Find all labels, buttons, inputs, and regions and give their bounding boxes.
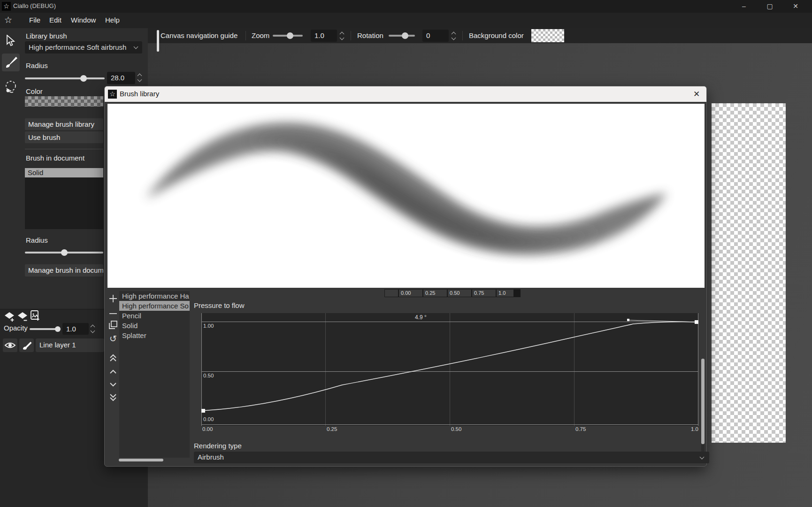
- move-brush-bottom-button[interactable]: [107, 392, 119, 403]
- eye-icon: [3, 338, 17, 352]
- use-brush-button[interactable]: Use brush: [25, 131, 103, 143]
- remove-layer-button[interactable]: [17, 311, 29, 324]
- rendering-type-dropdown[interactable]: Airbrush: [194, 452, 709, 463]
- brush-stroke-preview[interactable]: [107, 104, 705, 288]
- dialog-title-bar[interactable]: ☆ Brush library ✕: [105, 86, 706, 102]
- x-tick-label: 1.0: [691, 426, 698, 432]
- opacity-stepper[interactable]: [90, 323, 97, 335]
- library-brush-label: Library brush: [26, 32, 67, 40]
- library-brush-dropdown[interactable]: High performance Soft airbrush: [25, 41, 142, 54]
- ruler-segment: [385, 290, 398, 297]
- brush-tool-button[interactable]: [2, 54, 20, 71]
- menu-file[interactable]: File: [29, 16, 40, 24]
- brush-list-item-selected[interactable]: High performance So: [119, 301, 190, 311]
- close-button[interactable]: ✕: [785, 0, 806, 13]
- document-brush-item[interactable]: Solid: [25, 168, 103, 177]
- chevron-up-icon: [107, 366, 119, 377]
- app-logo-icon: ☆: [2, 2, 11, 11]
- opacity-slider-knob[interactable]: [55, 326, 61, 332]
- background-color-swatch[interactable]: [531, 29, 564, 42]
- dialog-scrollbar-thumb[interactable]: [701, 359, 705, 444]
- radius-slider-knob[interactable]: [80, 75, 87, 82]
- layer-brush-icon: [19, 338, 34, 352]
- menu-help[interactable]: Help: [105, 16, 120, 24]
- curve-handle-point[interactable]: [627, 319, 629, 321]
- x-tick-label: 0.00: [202, 426, 213, 432]
- pressure-curve: [201, 313, 698, 426]
- ruler-tick: 0.00: [399, 290, 422, 297]
- add-layer-button[interactable]: [4, 311, 16, 324]
- layer-type-button[interactable]: [19, 338, 34, 352]
- rotation-slider[interactable]: [389, 35, 415, 37]
- move-brush-top-button[interactable]: [107, 352, 119, 363]
- zoom-slider-knob[interactable]: [287, 32, 293, 39]
- add-brush-button[interactable]: [107, 293, 119, 304]
- title-bar: ☆ Ciallo (DEBUG) – ▢ ✕: [0, 0, 812, 13]
- chevron-down-icon: [700, 455, 705, 460]
- pressure-curve-plot[interactable]: 1.00 0.50 0.00 4.9 °: [201, 313, 698, 426]
- stroke-preview-image: [107, 104, 705, 288]
- curve-end-point[interactable]: [695, 320, 698, 324]
- rotation-value-field[interactable]: 0: [422, 30, 449, 42]
- ruler-tick: 1.0: [497, 290, 513, 297]
- cursor-tool-button[interactable]: [5, 35, 16, 47]
- color-swatch[interactable]: [25, 96, 103, 107]
- zoom-value-field[interactable]: 1.0: [311, 30, 337, 42]
- document-radius-slider[interactable]: [25, 252, 103, 254]
- radius-slider[interactable]: [25, 77, 105, 79]
- menu-edit[interactable]: Edit: [49, 16, 61, 24]
- brush-list-scrollbar[interactable]: [119, 459, 163, 461]
- document-brush-list[interactable]: Solid: [25, 168, 103, 229]
- brush-in-document-label: Brush in document: [26, 154, 84, 162]
- preview-ruler: 0.00 0.25 0.50 0.75 1.0: [384, 289, 521, 297]
- brush-list-item[interactable]: High performance Ha: [119, 291, 190, 301]
- zoom-stepper[interactable]: [339, 30, 346, 42]
- radius-label: Radius: [26, 61, 48, 69]
- ruler-tick: 0.25: [423, 290, 447, 297]
- reset-icon: ↺: [109, 334, 117, 344]
- minimize-button[interactable]: –: [733, 0, 755, 13]
- opacity-value-field[interactable]: 1.0: [62, 323, 89, 335]
- reset-brush-button[interactable]: ↺: [107, 333, 119, 345]
- rotation-stepper[interactable]: [451, 30, 458, 42]
- plus-icon: [107, 293, 119, 304]
- radius-value-field[interactable]: 28.0: [107, 72, 135, 84]
- rotation-slider-knob[interactable]: [402, 32, 408, 39]
- brush-list-item[interactable]: Pencil: [119, 311, 190, 321]
- canvas-nav-guide-label[interactable]: Canvas navigation guide: [161, 31, 237, 39]
- rendering-type-label: Rendering type: [194, 442, 242, 450]
- maximize-button[interactable]: ▢: [759, 0, 781, 13]
- menu-window[interactable]: Window: [71, 16, 96, 24]
- curve-editor-title: Pressure to flow: [194, 301, 245, 309]
- new-image-layer-button[interactable]: [30, 310, 40, 323]
- layer-row[interactable]: Line layer 1: [36, 338, 104, 352]
- duplicate-brush-button[interactable]: [107, 319, 119, 330]
- dialog-brush-list[interactable]: High performance Ha High performance So …: [119, 291, 190, 458]
- chevron-down-icon: [107, 379, 119, 390]
- manage-brush-in-document-button[interactable]: Manage brush in docum: [25, 264, 103, 277]
- document-radius-slider-knob[interactable]: [61, 249, 68, 256]
- brush-list-item[interactable]: Splatter: [119, 330, 190, 340]
- lasso-icon: [4, 80, 18, 95]
- rotation-label: Rotation: [357, 31, 383, 39]
- zoom-slider[interactable]: [273, 35, 303, 37]
- canvas-document[interactable]: [712, 103, 786, 443]
- dialog-title: Brush library: [120, 90, 159, 98]
- move-brush-down-button[interactable]: [107, 379, 119, 390]
- app-window: ☆ Ciallo (DEBUG) – ▢ ✕ ☆ File Edit Windo…: [0, 0, 812, 507]
- ruler-tick: 0.75: [472, 290, 496, 297]
- layer-visibility-button[interactable]: [3, 338, 17, 352]
- radius-stepper[interactable]: [137, 72, 144, 84]
- app-star-icon: ☆: [4, 15, 12, 25]
- dialog-close-button[interactable]: ✕: [690, 88, 703, 100]
- curve-start-point[interactable]: [201, 409, 205, 413]
- remove-brush-button[interactable]: [107, 308, 119, 319]
- x-tick-label: 0.75: [575, 426, 586, 432]
- lasso-tool-button[interactable]: [4, 80, 18, 95]
- brush-list-item[interactable]: Solid: [119, 321, 190, 330]
- move-brush-up-button[interactable]: [107, 366, 119, 377]
- opacity-slider[interactable]: [30, 328, 60, 330]
- panel-scrollbar[interactable]: [157, 30, 159, 52]
- manage-brush-library-button[interactable]: Manage brush library: [25, 118, 103, 130]
- cursor-icon: [5, 35, 16, 47]
